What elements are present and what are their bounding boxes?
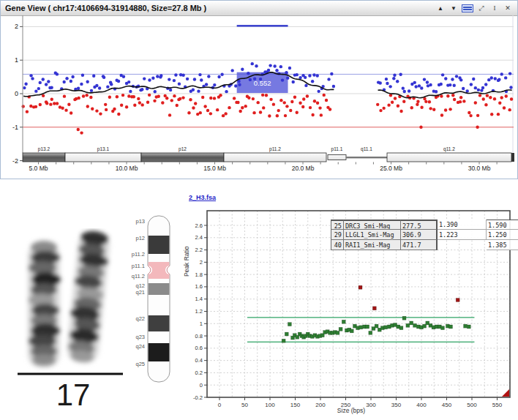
loss-probe-dot: [277, 109, 280, 112]
gain-probe-dot: [238, 83, 241, 86]
gain-probe-dot: [181, 74, 184, 77]
gain-probe-dot: [429, 83, 432, 86]
peak-point: [285, 332, 288, 336]
gain-probe-dot: [448, 83, 451, 86]
peak-point: [282, 339, 285, 342]
gain-probe-dot: [299, 76, 301, 79]
y-tick-label: 0.8: [195, 333, 203, 340]
y-tick-label: -0.2: [193, 394, 203, 401]
gain-probe-dot: [414, 85, 417, 88]
peak-size: 306.9: [401, 230, 438, 240]
loss-probe-dot: [85, 94, 88, 97]
loss-probe-dot: [503, 106, 506, 109]
band-name-label: q23: [135, 334, 145, 340]
loss-probe-dot: [213, 97, 216, 100]
karyotype-photo: [6, 228, 140, 379]
loss-probe-dot: [161, 101, 164, 104]
y-tick-label: 1.8: [195, 271, 203, 278]
table-row[interactable]: 29LLGL1_Smi-Mag306.91.2231.250: [331, 230, 518, 240]
gain-probe-dot: [168, 78, 170, 80]
loss-probe-dot: [181, 96, 184, 99]
y-tick-label: 1.4: [195, 296, 203, 302]
loss-probe-dot: [489, 96, 492, 99]
loss-probe-dot: [201, 96, 204, 99]
loss-probe-dot: [265, 94, 268, 97]
chromosome-photo-left: [28, 241, 61, 367]
loss-probe-dot: [379, 109, 382, 112]
band-name-label: q22: [135, 315, 145, 322]
gene-name: LLGL1_Smi-Mag: [344, 230, 401, 240]
loss-probe-dot: [394, 97, 397, 100]
y-tick-label: 2: [15, 23, 18, 30]
loss-probe-dot: [469, 114, 472, 117]
peak-point: [366, 325, 369, 329]
loss-probe-dot: [99, 112, 102, 115]
scroll-up-icon[interactable]: ▲: [435, 4, 446, 13]
loss-probe-dot: [474, 101, 477, 104]
gain-probe-dot: [230, 69, 233, 72]
loss-probe-dot: [498, 102, 501, 105]
loss-probe-dot: [279, 99, 282, 102]
loss-outlier-dot: [419, 126, 422, 129]
gain-probe-dot: [403, 90, 406, 93]
gene-view-plot[interactable]: 0.552210-1-2p13.2p13.1p12p11.2p11.1q11.1…: [1, 15, 517, 179]
gain-probe-dot: [156, 75, 159, 78]
gain-probe-dot: [453, 83, 456, 86]
y-tick-label: 1: [200, 320, 203, 327]
loss-probe-dot: [29, 105, 32, 108]
loss-probe-dot: [170, 99, 173, 102]
peak-point: [402, 316, 406, 320]
gain-probe-dot: [312, 73, 315, 76]
loss-probe-dot: [104, 103, 107, 106]
ratio-1: [438, 240, 487, 250]
loss-probe-dot: [63, 94, 66, 97]
gain-probe-dot: [193, 78, 196, 80]
gain-probe-dot: [220, 73, 223, 76]
y-tick-label: 1: [15, 56, 18, 64]
scroll-down-icon[interactable]: ▼: [448, 4, 459, 13]
loss-probe-dot: [34, 105, 37, 108]
loss-probe-dot: [486, 94, 489, 97]
gain-probe-dot: [143, 77, 146, 80]
gain-probe-dot: [70, 80, 72, 83]
gain-probe-dot: [255, 64, 258, 67]
gain-probe-dot: [286, 76, 289, 79]
table-row[interactable]: 25DRC3_Smi-Mag277.51.3901.590: [331, 220, 518, 230]
peak-chart-xlabel: Size (bps): [278, 407, 424, 414]
gain-probe-dot: [494, 77, 497, 80]
loss-probe-dot: [50, 98, 53, 101]
gain-probe-dot: [399, 73, 402, 76]
info-icon[interactable]: I: [489, 4, 500, 13]
restore-window-icon[interactable]: [462, 4, 473, 12]
loss-probe-dot: [121, 94, 124, 97]
gain-probe-dot: [386, 82, 388, 85]
y-tick-label: 0.2: [195, 370, 203, 376]
table-row[interactable]: 40RAI1_Smi-Mag471.71.385: [331, 240, 518, 250]
peak-point: [399, 326, 403, 330]
loss-probe-dot: [484, 103, 487, 106]
gain-probe-dot: [23, 86, 26, 89]
loss-probe-dot: [146, 101, 149, 104]
loss-probe-dot: [259, 110, 262, 113]
x-tick-label: 0: [218, 402, 222, 408]
gain-probe-dot: [440, 83, 443, 86]
loss-probe-dot: [95, 109, 98, 112]
gain-probe-dot: [225, 90, 228, 93]
y-tick-label: 1.6: [195, 283, 203, 290]
gain-probe-dot: [42, 78, 45, 80]
band-name-label: q11.2: [132, 273, 145, 280]
gain-probe-dot: [393, 74, 396, 77]
gain-probe-dot: [408, 89, 410, 92]
gain-probe-dot: [217, 75, 220, 78]
pop-out-icon[interactable]: ⤢: [476, 4, 487, 13]
loss-probe-dot: [448, 108, 451, 110]
gain-probe-dot: [159, 74, 162, 77]
sample-file-link[interactable]: 2_H3.fsa: [189, 194, 216, 201]
application-window: Gene View ( chr17:4106694-31914880, Size…: [0, 0, 518, 420]
close-icon[interactable]: ✕: [503, 4, 513, 13]
gain-probe-dot: [279, 65, 282, 68]
loss-probe-dot: [116, 95, 119, 98]
gain-probe-dot: [470, 83, 473, 86]
gain-probe-dot: [174, 73, 177, 76]
loss-probe-dot: [269, 98, 272, 101]
